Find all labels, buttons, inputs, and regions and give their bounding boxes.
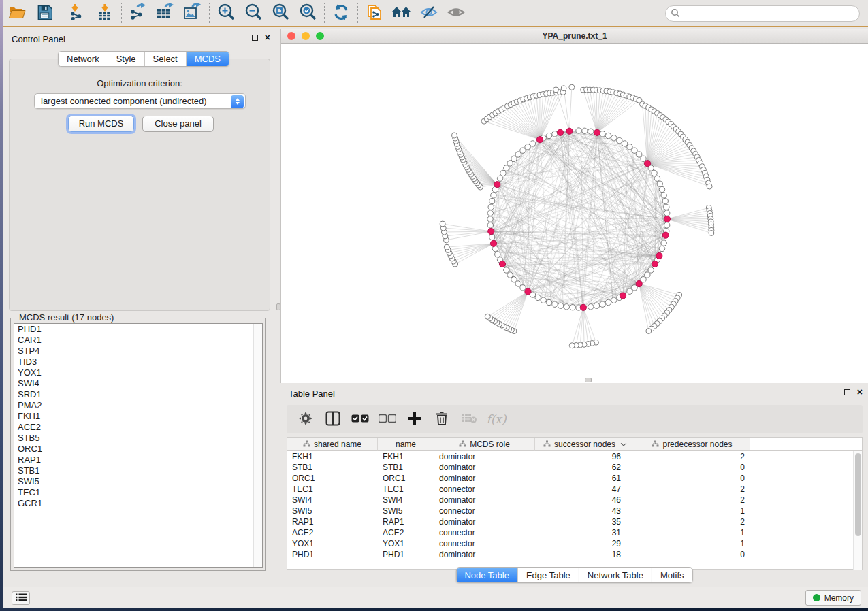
tab-network[interactable]: Network: [59, 52, 108, 66]
export-table-button[interactable]: [152, 1, 179, 24]
save-session-button[interactable]: [31, 1, 58, 24]
cell-successor-nodes: 46: [535, 495, 634, 506]
mcds-result-list[interactable]: PHD1CAR1STP4TID3YOX1SWI4SRD1PMA2FKH1ACE2…: [14, 323, 263, 568]
cell-name: FKH1: [378, 451, 434, 462]
vertical-splitter-grip[interactable]: [276, 303, 280, 310]
mcds-result-item[interactable]: TID3: [14, 357, 262, 367]
column-header-successor-nodes[interactable]: successor nodes: [535, 438, 634, 451]
tab-network-table[interactable]: Network Table: [579, 568, 652, 582]
first-neighbors-button[interactable]: [388, 1, 415, 24]
mcds-result-item[interactable]: STP4: [14, 346, 262, 357]
table-row[interactable]: FKH1FKH1dominator962: [287, 451, 862, 462]
table-scrollbar[interactable]: [853, 451, 862, 570]
refresh-view-button[interactable]: [327, 1, 355, 24]
cell-shared-name: SWI4: [287, 495, 378, 506]
add-column-button[interactable]: [402, 408, 427, 430]
tab-mcds[interactable]: MCDS: [186, 52, 229, 66]
close-panel-icon[interactable]: ×: [265, 35, 270, 41]
network-canvas[interactable]: [281, 44, 868, 383]
close-panel-button[interactable]: Close panel: [142, 116, 214, 132]
mcds-result-item[interactable]: STB5: [14, 433, 262, 444]
export-image-button[interactable]: [179, 1, 206, 24]
mcds-result-item[interactable]: FKH1: [14, 411, 262, 422]
column-header-MCDS-role[interactable]: MCDS role: [434, 438, 535, 451]
trash-icon: [436, 411, 448, 427]
table-row[interactable]: RAP1RAP1dominator352: [287, 516, 862, 527]
search-input[interactable]: [680, 7, 859, 20]
zoom-selected-button[interactable]: [294, 1, 321, 24]
main-toolbar: [3, 0, 868, 27]
zoom-in-button[interactable]: [212, 1, 240, 24]
table-row[interactable]: TEC1TEC1connector472: [287, 484, 862, 495]
cell-MCDS-role: connector: [434, 538, 535, 549]
shared-column-icon: [543, 440, 551, 449]
hide-selected-button[interactable]: [415, 1, 443, 24]
column-header-shared-name[interactable]: shared name: [287, 438, 378, 451]
table-row[interactable]: STB1STB1dominator620: [287, 462, 862, 473]
tab-motifs[interactable]: Motifs: [652, 568, 692, 582]
mcds-result-item[interactable]: STB1: [14, 465, 262, 476]
mcds-list-scrollbar[interactable]: [253, 324, 262, 567]
app-window: Control Panel × NetworkStyleSelectMCDS O…: [3, 0, 868, 608]
network-window-titlebar[interactable]: YPA_prune.txt_1: [281, 29, 868, 44]
select-all-button[interactable]: [348, 408, 372, 430]
mcds-result-item[interactable]: CAR1: [14, 335, 262, 346]
mcds-result-item[interactable]: GCR1: [14, 498, 262, 509]
float-panel-icon[interactable]: [252, 35, 258, 41]
mcds-result-item[interactable]: ORC1: [14, 444, 262, 455]
toggle-panel-view-button[interactable]: [321, 408, 345, 430]
cell-shared-name: ORC1: [287, 473, 378, 484]
show-all-button[interactable]: [443, 1, 470, 24]
export-network-button[interactable]: [125, 1, 152, 24]
open-session-button[interactable]: [3, 1, 31, 24]
mcds-result-item[interactable]: TEC1: [14, 487, 262, 498]
mcds-result-item[interactable]: ACE2: [14, 422, 262, 433]
mcds-result-item[interactable]: SWI5: [14, 476, 262, 487]
table-row[interactable]: PHD1PHD1dominator180: [287, 549, 862, 560]
tab-select[interactable]: Select: [144, 52, 186, 66]
column-header-name[interactable]: name: [378, 438, 434, 451]
table-row[interactable]: ORC1ORC1dominator610: [287, 473, 862, 484]
table-toolbar: f(x): [287, 405, 863, 433]
zoom-in-icon: [217, 3, 236, 23]
table-settings-button[interactable]: [293, 408, 318, 430]
clone-network-button[interactable]: [361, 1, 388, 24]
task-history-button[interactable]: [12, 591, 30, 605]
close-panel-icon[interactable]: ×: [857, 389, 863, 395]
cell-predecessor-nodes: 2: [634, 484, 750, 495]
zoom-out-button[interactable]: [240, 1, 267, 24]
cell-name: TEC1: [378, 484, 434, 495]
table-row[interactable]: SWI4SWI4dominator462: [287, 495, 862, 506]
tab-style[interactable]: Style: [108, 52, 144, 66]
cell-predecessor-nodes: 2: [634, 516, 750, 527]
mcds-result-item[interactable]: RAP1: [14, 455, 262, 465]
control-panel: Control Panel × NetworkStyleSelectMCDS O…: [3, 29, 276, 587]
cell-shared-name: STB1: [287, 462, 378, 473]
mcds-result-item[interactable]: SWI4: [14, 378, 262, 389]
table-row[interactable]: SWI5SWI5connector431: [287, 506, 862, 516]
run-mcds-button[interactable]: Run MCDS: [68, 116, 134, 132]
cell-successor-nodes: 96: [535, 451, 634, 462]
delete-columns-button[interactable]: [430, 408, 454, 430]
column-label: name: [396, 440, 416, 449]
mcds-result-item[interactable]: SRD1: [14, 389, 262, 400]
deselect-all-button[interactable]: [375, 408, 400, 430]
zoom-fit-button[interactable]: [267, 1, 294, 24]
table-row[interactable]: ACE2ACE2connector311: [287, 527, 862, 538]
column-label: predecessor nodes: [662, 440, 732, 449]
tab-node-table[interactable]: Node Table: [456, 568, 517, 582]
table-scrollbar-thumb[interactable]: [855, 453, 861, 536]
search-field[interactable]: [665, 5, 860, 22]
optimization-criterion-select[interactable]: largest connected component (undirected): [34, 93, 246, 109]
import-table-button[interactable]: [91, 1, 118, 24]
mcds-result-item[interactable]: PMA2: [14, 400, 262, 411]
table-row[interactable]: YOX1YOX1connector291: [287, 538, 862, 549]
mcds-result-item[interactable]: PHD1: [14, 324, 262, 335]
column-header-predecessor-nodes[interactable]: predecessor nodes: [634, 438, 750, 451]
tab-edge-table[interactable]: Edge Table: [517, 568, 579, 582]
import-network-button[interactable]: [64, 1, 91, 24]
horizontal-splitter-grip[interactable]: [585, 378, 592, 382]
mcds-result-item[interactable]: YOX1: [14, 367, 262, 378]
memory-button[interactable]: Memory: [805, 590, 861, 606]
float-panel-icon[interactable]: [844, 389, 850, 395]
